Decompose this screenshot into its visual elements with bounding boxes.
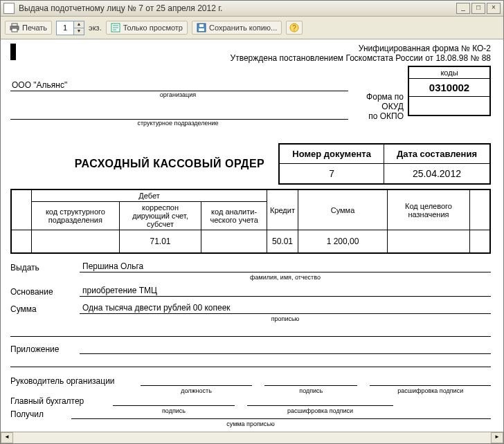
- received-label: Получил: [10, 409, 59, 419]
- reason-label: Основание: [10, 287, 80, 297]
- scroll-track[interactable]: [13, 433, 491, 443]
- fields-block: Выдать Першина Ольга фамилия, имя, отчес…: [10, 261, 491, 367]
- h-scrollbar[interactable]: ◄ ►: [1, 432, 503, 443]
- doc-header-table: Номер документа Дата составления 7 25.04…: [278, 143, 491, 185]
- preview-icon: [111, 23, 120, 33]
- debit-header: Дебет: [32, 189, 267, 202]
- codes-box: коды 0310002: [408, 66, 491, 116]
- svg-rect-6: [199, 24, 204, 27]
- svg-rect-0: [12, 24, 17, 26]
- head-position: [141, 376, 252, 386]
- doc-icon: [3, 3, 15, 14]
- copies-suffix: экз.: [89, 24, 102, 32]
- svg-rect-2: [12, 28, 17, 32]
- subdiv-value: [10, 108, 348, 120]
- svg-rect-5: [199, 28, 204, 31]
- val-subcode: [32, 230, 120, 254]
- received-line: [71, 409, 491, 419]
- form-name: Унифицированная форма № КО-2: [10, 44, 491, 53]
- issue-caption: фамилия, имя, отчество: [80, 274, 491, 281]
- received-line2: [10, 427, 491, 432]
- preview-label: Только просмотр: [123, 24, 183, 32]
- acct-decode: [247, 396, 393, 406]
- minimize-button[interactable]: _: [456, 3, 470, 14]
- val-purpose: [388, 230, 470, 254]
- window-title: Выдача подотчетному лицу № 7 от 25 апрел…: [19, 3, 222, 13]
- scroll-right-icon[interactable]: ►: [491, 432, 503, 443]
- copies-spinner[interactable]: ▲ ▼: [56, 21, 84, 35]
- attach-label: Приложение: [10, 344, 80, 354]
- head-decode: [370, 376, 491, 386]
- savecopy-button[interactable]: Сохранить копию...: [192, 21, 282, 35]
- org-caption: организация: [10, 91, 345, 98]
- val-sum: 1 200,00: [298, 230, 388, 254]
- subdiv-caption: структурное подразделение: [10, 120, 345, 127]
- sum-value: Одна тысяча двести рублей 00 копеек: [80, 302, 491, 314]
- okpo-label: по ОКПО: [345, 111, 408, 131]
- save-icon: [197, 23, 206, 33]
- margin-mark-icon: [10, 44, 16, 60]
- help-button[interactable]: ?: [286, 21, 303, 35]
- acct-sign: [113, 396, 235, 406]
- copies-input[interactable]: [57, 22, 73, 33]
- attach-line2: [10, 357, 491, 367]
- purpose-header: Код целевого назначения: [388, 189, 470, 230]
- corr-header: корреспон дирующий счет, субсчет: [119, 202, 201, 230]
- sum-caption: прописью: [80, 315, 491, 322]
- org-name: ООО "Альянс": [10, 80, 348, 91]
- val-credit: 50.01: [267, 230, 298, 254]
- document: Унифицированная форма № КО-2 Утверждена …: [10, 44, 491, 432]
- spin-down[interactable]: ▼: [73, 28, 84, 35]
- accounting-grid: Дебет Кредит Сумма Код целевого назначен…: [10, 189, 491, 254]
- sum-line2: [10, 326, 491, 337]
- okud-label: Форма по ОКУД: [345, 92, 408, 111]
- spin-up[interactable]: ▲: [73, 21, 84, 28]
- maximize-button[interactable]: □: [471, 3, 485, 14]
- print-label: Печать: [22, 24, 47, 32]
- head-label: Руководитель организации: [10, 376, 128, 386]
- okpo-code: [409, 97, 489, 115]
- val-analytic: [201, 230, 267, 254]
- issue-value: Першина Ольга: [80, 261, 491, 272]
- print-button[interactable]: Печать: [5, 21, 52, 35]
- position-cap: должность: [141, 387, 252, 394]
- close-button[interactable]: ×: [487, 3, 501, 14]
- approved-line: Утверждена постановлением Госкомстата Ро…: [10, 53, 491, 63]
- credit-header: Кредит: [267, 189, 298, 230]
- acct-label: Главный бухгалтер: [10, 396, 100, 406]
- sum-label: Сумма: [10, 304, 80, 314]
- doc-date: 25.04.2012: [384, 164, 490, 185]
- analytic-header: код аналити-ческого учета: [201, 202, 267, 230]
- head-sign: [264, 376, 357, 386]
- val-corr: 71.01: [119, 230, 201, 254]
- toolbar: Печать ▲ ▼ экз. Только просмотр Сохранит…: [1, 17, 503, 39]
- issue-label: Выдать: [10, 263, 80, 272]
- printer-icon: [10, 23, 19, 33]
- decode-cap1: расшифровка подписи: [370, 387, 491, 394]
- num-label: Номер документа: [279, 144, 384, 164]
- svg-text:?: ?: [293, 24, 297, 32]
- attach-value: [80, 342, 491, 354]
- savecopy-label: Сохранить копию...: [209, 24, 277, 32]
- signatures-block: Руководитель организации должность подпи…: [10, 376, 491, 432]
- sign-cap1: подпись: [264, 387, 357, 394]
- reason-value: приобретение ТМЦ: [80, 285, 491, 297]
- sum-header: Сумма: [298, 189, 388, 230]
- app-window: Выдача подотчетному лицу № 7 от 25 апрел…: [0, 0, 504, 444]
- okud-code: 0310002: [409, 79, 489, 97]
- codes-header: коды: [409, 67, 489, 79]
- doc-number: 7: [279, 164, 384, 185]
- date-label: Дата составления: [384, 144, 490, 164]
- preview-button[interactable]: Только просмотр: [106, 21, 188, 35]
- help-icon: ?: [289, 23, 299, 33]
- doc-title: РАСХОДНЫЙ КАССОВЫЙ ОРДЕР: [10, 158, 278, 170]
- sum-words-cap: сумма прописью: [10, 420, 491, 427]
- document-viewport[interactable]: Унифицированная форма № КО-2 Утверждена …: [1, 39, 503, 432]
- title-bar: Выдача подотчетному лицу № 7 от 25 апрел…: [1, 1, 503, 17]
- subcode-header: код структурного подразделения: [32, 202, 120, 230]
- scroll-left-icon[interactable]: ◄: [1, 432, 13, 443]
